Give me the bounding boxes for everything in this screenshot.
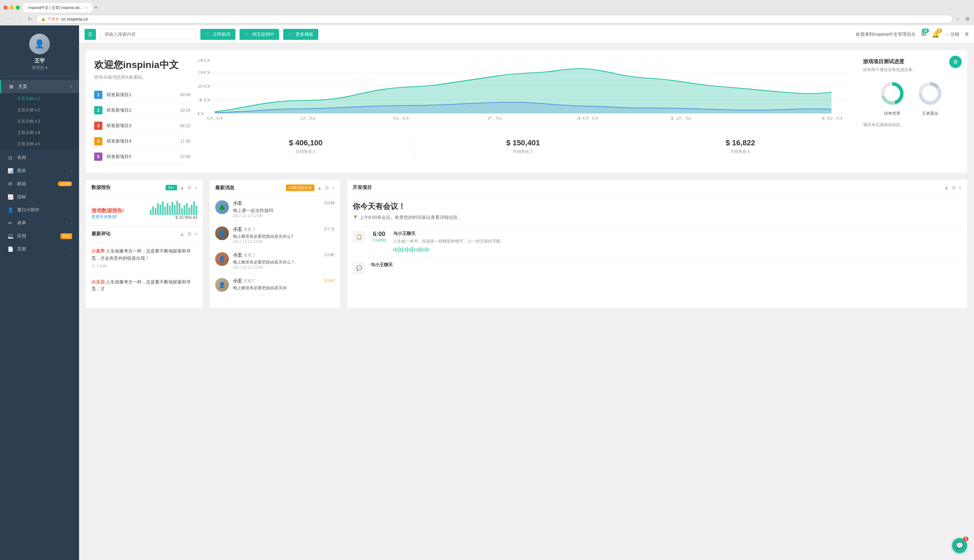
browser-tab[interactable]: inspinia中文 | 主页| inspinia ad... × [23,3,92,12]
sidebar-item-home-label: 主页 [18,83,70,90]
close-button[interactable]: × [195,185,197,190]
task-name-2: 研发新项目2 [107,107,176,113]
task-item: 1 研发新项目1 09:00 [94,87,190,103]
sidebar-item-layout[interactable]: ⊡ 布局 [0,151,79,164]
extensions-button[interactable]: ⚙ [966,16,970,22]
messages-config-button[interactable]: ⚙ [325,185,329,191]
comment-body-2: 人生就像考古一样，总是要不断地探索和寻觅，才 [92,279,191,292]
task-num-5: 5 [94,153,102,161]
report-info: 游戏数据报告! 查看所有数据! [92,208,124,220]
taobao-button[interactable]: 🛒 淘宝促销中 [240,29,279,40]
close-window-button[interactable] [3,5,8,10]
address-bar[interactable]: 🔒 不安全 cn.inspinia.cn [37,15,953,23]
chat-button[interactable]: 💬 5 [952,538,967,553]
url-text: cn.inspinia.cn [61,17,948,22]
svg-text:40: 40 [197,59,210,63]
schedule-item-1: 📋 6:00 2小时前 与小王聊天 人生如一本书，应该多一些精彩的细节，少一些乏… [353,226,962,257]
messages-close-button[interactable]: × [332,185,335,191]
forward-button[interactable]: → [15,15,23,22]
sidebar-item-charts[interactable]: 📊 图表 ‹ [0,164,79,177]
mini-audio-chart [393,246,962,253]
dev-collapse-button[interactable]: ▲ [944,185,949,190]
comment-item-2: @太后 人生就像考古一样，总是要不断地探索和寻觅，才 [92,278,197,298]
pages-icon: 📄 [7,246,14,252]
message-item-3: 👤 小王 查看了 晚上睡觉有必要把路由器关掉么？. 2017.12.12 12:… [215,248,335,274]
comments-title: 最新评论 [92,231,177,237]
msg-detail-2: 查看了 [244,227,256,232]
more-templates-button[interactable]: 🛒 更多模板 [283,29,318,40]
msg-avatar-3: 👤 [215,252,229,266]
user-role[interactable]: 管理员 [32,65,47,71]
sidebar-item-home[interactable]: ⊞ 主页 ▾ [0,80,79,93]
report-link[interactable]: 查看所有数据! [92,214,124,220]
sidebar-subitem-home-v1[interactable]: 主页示例 v.1 [0,93,79,105]
sidebar-subitem-home-v3[interactable]: 主页示例 v.3 [0,116,79,127]
donut-row: 传奇世界 王者霸业 [863,80,959,117]
tab-close-button[interactable]: × [85,5,87,10]
mini-bar-chart [150,201,197,215]
comment-time-1: ① 1 分钟 [92,263,197,269]
new-tab-button[interactable]: + [94,5,97,11]
comments-config-button[interactable]: ⚙ [187,231,192,237]
sidebar-subitem-home-v2[interactable]: 主页示例 v.2 [0,105,79,116]
buy-now-button[interactable]: 🛒 立即购买 [200,29,235,40]
menu-toggle-button[interactable]: ☰ [85,29,96,40]
comments-panel-header: 最新评论 ▲ ⚙ × [86,225,203,242]
msg-date-2: 2017.12.12 12:00 [233,240,320,243]
more-options-button[interactable]: ≡ [965,30,969,38]
maximize-window-button[interactable] [16,5,20,10]
donut-chart-1 [879,80,906,107]
msg-avatar-1: 🌲 [215,200,229,214]
dev-project-panel-body: 你今天有会议！ 📍 上午6:00有会议。检查您的时间表以查看详细信息。 📋 6:… [347,196,967,284]
email-icon: ✉ [7,181,14,187]
stat-monthly-label: 月销售收入 [632,149,849,155]
buy-now-label: 立即购买 [213,31,230,37]
settings-button[interactable]: ⚙ [949,56,962,68]
mail-button-wrap: ✉ 16 [921,30,926,38]
config-button[interactable]: ⚙ [187,185,192,190]
back-button[interactable]: ← [4,15,12,22]
browser-chrome: inspinia中文 | 主页| inspinia ad... × + ← → … [0,0,974,25]
schedule-icon-wrap-2: 💬 [353,262,365,274]
sidebar-item-pages[interactable]: 📄 页面 ‹ [0,243,79,256]
donut-label-1: 传奇世界 [884,111,901,117]
task-time-2: 10:16 [180,108,190,113]
comment-item-1: @皇帝 人生就像考古一样，总是要不断地探索和寻觅，才会有意外的惊喜出现！ ① 1… [92,248,197,274]
task-item: 5 研发新项目5 12:00 [94,149,190,165]
more-templates-label: 更多模板 [295,31,314,37]
main-content: ☰ 🛒 立即购买 🛒 淘宝促销中 🛒 更多模板 欢迎来到inspinia中文管理… [79,25,974,560]
msg-time-1: 5分钟 [324,200,335,218]
browser-actions: ⚙ [966,16,970,22]
sidebar-subitem-home-v4[interactable]: 主页示例 v.4 [0,127,79,138]
search-input[interactable] [100,29,196,39]
comment-text-1: @皇帝 人生就像考古一样，总是要不断地探索和寻觅，才会有意外的惊喜出现！ [92,248,197,262]
sidebar-item-forms[interactable]: ✏ 表单 ‹ [0,217,79,230]
sidebar-item-widgets[interactable]: 👤 窗口小部件 [0,203,79,217]
task-list: 1 研发新项目1 09:00 2 研发新项目2 10:16 3 研发新项目3 [94,87,190,165]
msg-time-4: 5小时 [324,278,335,292]
chevron-right-icon: ‹ [71,169,72,173]
sidebar-item-metrics[interactable]: 📈 指标 [0,190,79,203]
bookmark-button[interactable]: ☆ [956,16,960,22]
security-icon: 🔒 [41,17,46,21]
reload-button[interactable]: ↻ [26,15,34,22]
dev-config-button[interactable]: ⚙ [952,185,956,190]
comments-collapse-button[interactable]: ▲ [180,231,185,237]
logout-button[interactable]: → 注销 [945,31,959,37]
welcome-section: 欢迎您inspinia中文 您有42条消息和6条通知。 1 研发新项目1 09:… [86,50,967,173]
messages-collapse-button[interactable]: ▲ [317,185,322,191]
sidebar-item-email[interactable]: ✉ 邮箱 16/24 [0,177,79,190]
dev-close-button[interactable]: × [959,185,962,190]
sidebar-subitem-home-v5[interactable]: 主页示例 v.5 [0,138,79,150]
schedule-details-2: 与小王聊天 [370,262,962,274]
task-time-1: 09:00 [180,92,190,97]
sidebar-item-apps[interactable]: 💻 应用 特别 [0,230,79,243]
schedule-icon-wrap-1: 📋 [353,230,365,243]
comments-close-button[interactable]: × [195,231,197,237]
welcome-subtitle: 您有42条消息和6条通知。 [94,74,190,80]
messages-panel: 最新消息 10条消息未读 ▲ ⚙ × 🌲 小王 [210,180,340,308]
svg-text:20: 20 [197,85,210,88]
task-time-4: 11:06 [180,139,190,143]
minimize-window-button[interactable] [10,5,14,10]
collapse-button[interactable]: ▲ [180,185,185,190]
